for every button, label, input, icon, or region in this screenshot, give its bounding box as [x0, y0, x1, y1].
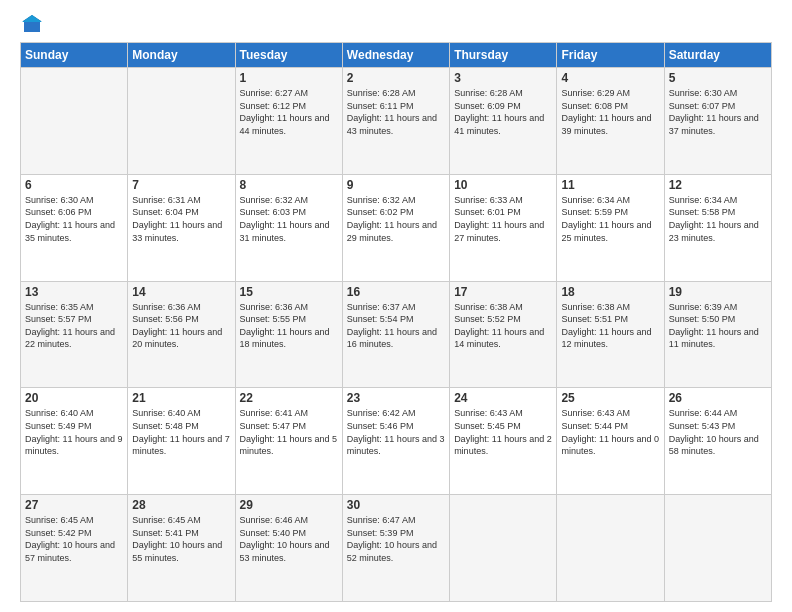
header-day-monday: Monday	[128, 43, 235, 68]
calendar-cell: 18Sunrise: 6:38 AM Sunset: 5:51 PM Dayli…	[557, 281, 664, 388]
day-number: 17	[454, 285, 552, 299]
day-info: Sunrise: 6:31 AM Sunset: 6:04 PM Dayligh…	[132, 194, 230, 244]
header-day-tuesday: Tuesday	[235, 43, 342, 68]
day-info: Sunrise: 6:42 AM Sunset: 5:46 PM Dayligh…	[347, 407, 445, 457]
day-number: 4	[561, 71, 659, 85]
day-info: Sunrise: 6:30 AM Sunset: 6:06 PM Dayligh…	[25, 194, 123, 244]
calendar-cell: 19Sunrise: 6:39 AM Sunset: 5:50 PM Dayli…	[664, 281, 771, 388]
day-number: 30	[347, 498, 445, 512]
day-number: 28	[132, 498, 230, 512]
calendar-cell: 2Sunrise: 6:28 AM Sunset: 6:11 PM Daylig…	[342, 68, 449, 175]
header	[20, 16, 772, 34]
day-info: Sunrise: 6:28 AM Sunset: 6:11 PM Dayligh…	[347, 87, 445, 137]
week-row-2: 6Sunrise: 6:30 AM Sunset: 6:06 PM Daylig…	[21, 174, 772, 281]
svg-rect-2	[24, 22, 40, 32]
calendar-cell	[557, 495, 664, 602]
calendar-header: SundayMondayTuesdayWednesdayThursdayFrid…	[21, 43, 772, 68]
calendar-cell: 15Sunrise: 6:36 AM Sunset: 5:55 PM Dayli…	[235, 281, 342, 388]
day-info: Sunrise: 6:30 AM Sunset: 6:07 PM Dayligh…	[669, 87, 767, 137]
day-info: Sunrise: 6:41 AM Sunset: 5:47 PM Dayligh…	[240, 407, 338, 457]
day-info: Sunrise: 6:33 AM Sunset: 6:01 PM Dayligh…	[454, 194, 552, 244]
day-number: 29	[240, 498, 338, 512]
day-number: 12	[669, 178, 767, 192]
day-number: 23	[347, 391, 445, 405]
calendar-cell: 1Sunrise: 6:27 AM Sunset: 6:12 PM Daylig…	[235, 68, 342, 175]
day-number: 21	[132, 391, 230, 405]
calendar-cell: 9Sunrise: 6:32 AM Sunset: 6:02 PM Daylig…	[342, 174, 449, 281]
calendar-cell: 20Sunrise: 6:40 AM Sunset: 5:49 PM Dayli…	[21, 388, 128, 495]
calendar-cell: 8Sunrise: 6:32 AM Sunset: 6:03 PM Daylig…	[235, 174, 342, 281]
calendar-body: 1Sunrise: 6:27 AM Sunset: 6:12 PM Daylig…	[21, 68, 772, 602]
calendar-cell: 10Sunrise: 6:33 AM Sunset: 6:01 PM Dayli…	[450, 174, 557, 281]
calendar-cell: 24Sunrise: 6:43 AM Sunset: 5:45 PM Dayli…	[450, 388, 557, 495]
day-number: 25	[561, 391, 659, 405]
day-info: Sunrise: 6:43 AM Sunset: 5:44 PM Dayligh…	[561, 407, 659, 457]
day-info: Sunrise: 6:40 AM Sunset: 5:49 PM Dayligh…	[25, 407, 123, 457]
header-row: SundayMondayTuesdayWednesdayThursdayFrid…	[21, 43, 772, 68]
calendar: SundayMondayTuesdayWednesdayThursdayFrid…	[20, 42, 772, 602]
day-info: Sunrise: 6:46 AM Sunset: 5:40 PM Dayligh…	[240, 514, 338, 564]
week-row-5: 27Sunrise: 6:45 AM Sunset: 5:42 PM Dayli…	[21, 495, 772, 602]
day-number: 2	[347, 71, 445, 85]
calendar-cell: 27Sunrise: 6:45 AM Sunset: 5:42 PM Dayli…	[21, 495, 128, 602]
day-number: 16	[347, 285, 445, 299]
day-info: Sunrise: 6:35 AM Sunset: 5:57 PM Dayligh…	[25, 301, 123, 351]
day-info: Sunrise: 6:34 AM Sunset: 5:58 PM Dayligh…	[669, 194, 767, 244]
week-row-3: 13Sunrise: 6:35 AM Sunset: 5:57 PM Dayli…	[21, 281, 772, 388]
calendar-cell: 22Sunrise: 6:41 AM Sunset: 5:47 PM Dayli…	[235, 388, 342, 495]
calendar-cell: 21Sunrise: 6:40 AM Sunset: 5:48 PM Dayli…	[128, 388, 235, 495]
calendar-cell: 26Sunrise: 6:44 AM Sunset: 5:43 PM Dayli…	[664, 388, 771, 495]
week-row-1: 1Sunrise: 6:27 AM Sunset: 6:12 PM Daylig…	[21, 68, 772, 175]
day-number: 10	[454, 178, 552, 192]
day-info: Sunrise: 6:37 AM Sunset: 5:54 PM Dayligh…	[347, 301, 445, 351]
header-day-friday: Friday	[557, 43, 664, 68]
calendar-cell: 3Sunrise: 6:28 AM Sunset: 6:09 PM Daylig…	[450, 68, 557, 175]
day-info: Sunrise: 6:44 AM Sunset: 5:43 PM Dayligh…	[669, 407, 767, 457]
day-number: 26	[669, 391, 767, 405]
calendar-cell	[128, 68, 235, 175]
day-info: Sunrise: 6:39 AM Sunset: 5:50 PM Dayligh…	[669, 301, 767, 351]
calendar-cell: 17Sunrise: 6:38 AM Sunset: 5:52 PM Dayli…	[450, 281, 557, 388]
day-info: Sunrise: 6:32 AM Sunset: 6:03 PM Dayligh…	[240, 194, 338, 244]
logo-icon	[22, 14, 42, 34]
day-info: Sunrise: 6:36 AM Sunset: 5:56 PM Dayligh…	[132, 301, 230, 351]
day-info: Sunrise: 6:43 AM Sunset: 5:45 PM Dayligh…	[454, 407, 552, 457]
calendar-cell: 16Sunrise: 6:37 AM Sunset: 5:54 PM Dayli…	[342, 281, 449, 388]
calendar-cell: 11Sunrise: 6:34 AM Sunset: 5:59 PM Dayli…	[557, 174, 664, 281]
day-number: 20	[25, 391, 123, 405]
header-day-thursday: Thursday	[450, 43, 557, 68]
week-row-4: 20Sunrise: 6:40 AM Sunset: 5:49 PM Dayli…	[21, 388, 772, 495]
calendar-cell: 6Sunrise: 6:30 AM Sunset: 6:06 PM Daylig…	[21, 174, 128, 281]
day-number: 7	[132, 178, 230, 192]
day-info: Sunrise: 6:40 AM Sunset: 5:48 PM Dayligh…	[132, 407, 230, 457]
header-day-saturday: Saturday	[664, 43, 771, 68]
header-day-wednesday: Wednesday	[342, 43, 449, 68]
calendar-cell: 23Sunrise: 6:42 AM Sunset: 5:46 PM Dayli…	[342, 388, 449, 495]
day-number: 3	[454, 71, 552, 85]
calendar-cell: 13Sunrise: 6:35 AM Sunset: 5:57 PM Dayli…	[21, 281, 128, 388]
day-info: Sunrise: 6:28 AM Sunset: 6:09 PM Dayligh…	[454, 87, 552, 137]
day-info: Sunrise: 6:45 AM Sunset: 5:42 PM Dayligh…	[25, 514, 123, 564]
day-number: 27	[25, 498, 123, 512]
day-info: Sunrise: 6:45 AM Sunset: 5:41 PM Dayligh…	[132, 514, 230, 564]
day-info: Sunrise: 6:36 AM Sunset: 5:55 PM Dayligh…	[240, 301, 338, 351]
calendar-cell: 12Sunrise: 6:34 AM Sunset: 5:58 PM Dayli…	[664, 174, 771, 281]
day-info: Sunrise: 6:29 AM Sunset: 6:08 PM Dayligh…	[561, 87, 659, 137]
calendar-cell	[21, 68, 128, 175]
day-info: Sunrise: 6:38 AM Sunset: 5:51 PM Dayligh…	[561, 301, 659, 351]
day-info: Sunrise: 6:38 AM Sunset: 5:52 PM Dayligh…	[454, 301, 552, 351]
day-info: Sunrise: 6:47 AM Sunset: 5:39 PM Dayligh…	[347, 514, 445, 564]
calendar-cell: 7Sunrise: 6:31 AM Sunset: 6:04 PM Daylig…	[128, 174, 235, 281]
day-info: Sunrise: 6:32 AM Sunset: 6:02 PM Dayligh…	[347, 194, 445, 244]
day-number: 15	[240, 285, 338, 299]
day-number: 13	[25, 285, 123, 299]
day-number: 14	[132, 285, 230, 299]
day-number: 6	[25, 178, 123, 192]
calendar-cell: 14Sunrise: 6:36 AM Sunset: 5:56 PM Dayli…	[128, 281, 235, 388]
day-number: 1	[240, 71, 338, 85]
calendar-cell: 29Sunrise: 6:46 AM Sunset: 5:40 PM Dayli…	[235, 495, 342, 602]
header-day-sunday: Sunday	[21, 43, 128, 68]
day-number: 9	[347, 178, 445, 192]
day-number: 11	[561, 178, 659, 192]
calendar-cell	[450, 495, 557, 602]
